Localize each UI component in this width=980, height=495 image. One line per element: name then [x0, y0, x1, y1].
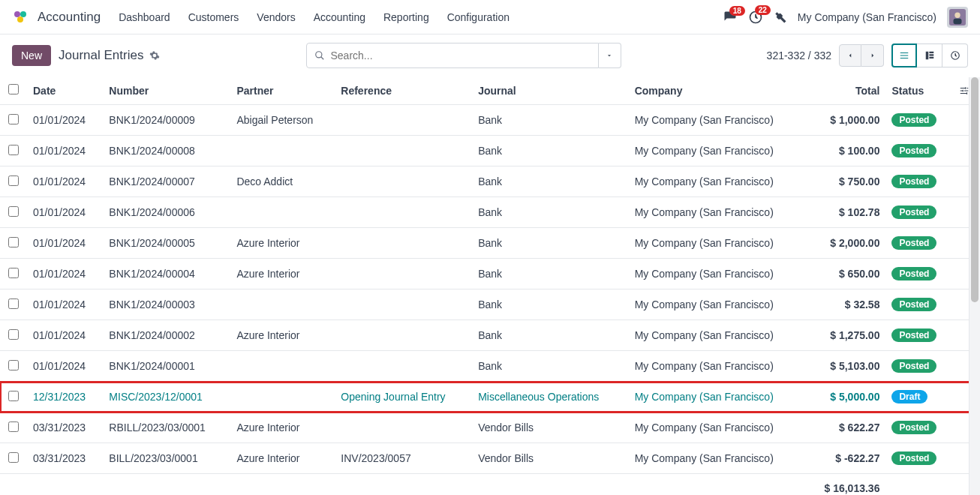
table-row[interactable]: 01/01/2024BNK1/2024/00007Deco AddictBank… [0, 166, 980, 197]
cell-date: 01/01/2024 [27, 259, 103, 290]
cell-journal: Bank [472, 259, 629, 290]
row-checkbox[interactable] [0, 412, 27, 443]
cell-date: 12/31/2023 [27, 382, 103, 412]
cell-number: BNK1/2024/00009 [103, 105, 230, 136]
cell-number: BILL/2023/03/0001 [103, 443, 230, 474]
row-checkbox[interactable] [0, 228, 27, 259]
cell-date: 03/31/2023 [27, 443, 103, 474]
menu-customers[interactable]: Customers [188, 11, 239, 23]
cell-reference [335, 351, 472, 382]
row-checkbox[interactable] [0, 382, 27, 412]
cell-reference [335, 136, 472, 166]
cell-status: Posted [885, 105, 953, 136]
table-row[interactable]: 01/01/2024BNK1/2024/00006BankMy Company … [0, 197, 980, 228]
row-checkbox[interactable] [0, 166, 27, 197]
col-date[interactable]: Date [27, 76, 103, 105]
row-checkbox[interactable] [0, 197, 27, 228]
pager-text[interactable]: 321-332 / 332 [767, 50, 831, 62]
cell-journal: Vendor Bills [472, 443, 629, 474]
svg-line-8 [320, 57, 323, 60]
row-checkbox[interactable] [0, 443, 27, 474]
scrollbar-thumb[interactable] [971, 77, 978, 302]
col-journal[interactable]: Journal [472, 76, 629, 105]
cell-date: 01/01/2024 [27, 351, 103, 382]
cell-journal: Bank [472, 136, 629, 166]
col-total[interactable]: Total [807, 76, 886, 105]
cell-total: $ 102.78 [807, 197, 886, 228]
cell-journal: Bank [472, 197, 629, 228]
app-name[interactable]: Accounting [38, 10, 101, 25]
cell-status: Posted [885, 412, 953, 443]
gear-icon[interactable] [149, 50, 160, 61]
table-row[interactable]: 03/31/2023BILL/2023/03/0001Azure Interio… [0, 443, 980, 474]
search-input[interactable] [306, 43, 599, 68]
cell-company: My Company (San Francisco) [629, 105, 807, 136]
menu-vendors[interactable]: Vendors [257, 11, 295, 23]
row-checkbox[interactable] [0, 320, 27, 351]
col-status[interactable]: Status [885, 76, 953, 105]
messages-badge: 18 [729, 6, 745, 16]
cell-company: My Company (San Francisco) [629, 351, 807, 382]
cell-total: $ 32.58 [807, 290, 886, 320]
cell-company: My Company (San Francisco) [629, 290, 807, 320]
table-row[interactable]: 01/01/2024BNK1/2024/00002Azure InteriorB… [0, 320, 980, 351]
scrollbar[interactable] [969, 77, 980, 495]
cell-reference [335, 197, 472, 228]
cell-total: $ 650.00 [807, 259, 886, 290]
col-partner[interactable]: Partner [230, 76, 335, 105]
view-kanban-button[interactable] [917, 44, 942, 68]
table-row[interactable]: 01/01/2024BNK1/2024/00003BankMy Company … [0, 290, 980, 320]
col-reference[interactable]: Reference [335, 76, 472, 105]
avatar[interactable] [947, 7, 968, 28]
cell-reference [335, 290, 472, 320]
view-activity-button[interactable] [942, 44, 968, 68]
select-all-checkbox[interactable] [0, 76, 27, 105]
activities-icon[interactable]: 22 [748, 10, 763, 25]
table-row[interactable]: 01/01/2024BNK1/2024/00004Azure InteriorB… [0, 259, 980, 290]
cell-status: Posted [885, 290, 953, 320]
pager-next-button[interactable] [861, 44, 884, 67]
menu-accounting[interactable]: Accounting [314, 11, 365, 23]
app-logo-icon[interactable] [12, 8, 30, 26]
table-row[interactable]: 01/01/2024BNK1/2024/00005Azure InteriorB… [0, 228, 980, 259]
cell-total: $ 622.27 [807, 412, 886, 443]
chevron-left-icon [846, 51, 854, 60]
view-list-button[interactable] [891, 44, 917, 68]
col-company[interactable]: Company [629, 76, 807, 105]
cell-journal: Bank [472, 105, 629, 136]
cell-partner: Azure Interior [230, 228, 335, 259]
svg-rect-6 [954, 18, 962, 23]
menu-configuration[interactable]: Configuration [447, 11, 510, 23]
cell-reference [335, 228, 472, 259]
table-row[interactable]: 01/01/2024BNK1/2024/00001BankMy Company … [0, 351, 980, 382]
menu-dashboard[interactable]: Dashboard [119, 11, 170, 23]
cell-partner [230, 290, 335, 320]
new-button[interactable]: New [12, 45, 51, 66]
menu-reporting[interactable]: Reporting [383, 11, 429, 23]
cell-number: BNK1/2024/00008 [103, 136, 230, 166]
col-number[interactable]: Number [103, 76, 230, 105]
messages-icon[interactable]: 18 [723, 10, 738, 24]
row-checkbox[interactable] [0, 136, 27, 166]
cell-journal: Bank [472, 166, 629, 197]
table-row[interactable]: 01/01/2024BNK1/2024/00009Abigail Peterso… [0, 105, 980, 136]
company-switcher[interactable]: My Company (San Francisco) [798, 11, 936, 23]
search-options-toggle[interactable] [599, 43, 621, 68]
row-checkbox[interactable] [0, 259, 27, 290]
pager-prev-button[interactable] [839, 44, 861, 67]
cell-total: $ 100.00 [807, 136, 886, 166]
row-checkbox[interactable] [0, 351, 27, 382]
search-field[interactable] [331, 50, 591, 62]
cell-partner [230, 351, 335, 382]
table-row[interactable]: 12/31/2023MISC/2023/12/0001Opening Journ… [0, 382, 980, 412]
row-checkbox[interactable] [0, 290, 27, 320]
cell-partner [230, 136, 335, 166]
cell-reference [335, 166, 472, 197]
cell-journal: Bank [472, 290, 629, 320]
tools-icon[interactable] [774, 10, 787, 24]
svg-point-1 [20, 11, 26, 17]
cell-reference [335, 320, 472, 351]
table-row[interactable]: 03/31/2023RBILL/2023/03/0001Azure Interi… [0, 412, 980, 443]
row-checkbox[interactable] [0, 105, 27, 136]
table-row[interactable]: 01/01/2024BNK1/2024/00008BankMy Company … [0, 136, 980, 166]
